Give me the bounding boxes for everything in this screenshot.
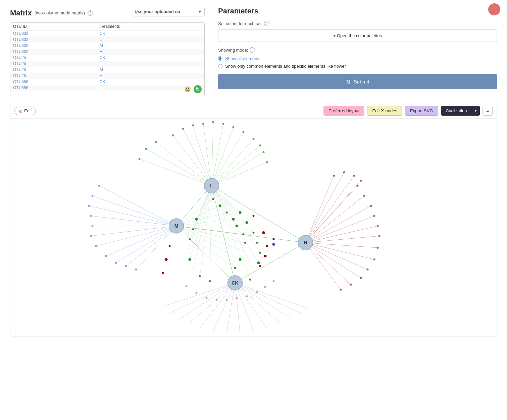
color-palettes-button[interactable]: + Open the color palettes [218,29,497,42]
svg-point-17 [192,124,194,126]
svg-point-48 [105,255,107,257]
submit-button[interactable]: 🖫 Submit [218,74,497,89]
svg-point-161 [273,238,275,240]
svg-point-29 [139,158,141,160]
svg-line-10 [212,152,264,186]
svg-line-115 [190,186,212,239]
svg-line-99 [212,186,306,243]
svg-point-23 [253,138,255,140]
svg-point-145 [212,198,214,200]
set-colors-help-icon[interactable]: ? [264,21,269,26]
svg-line-33 [91,216,176,226]
svg-line-2 [193,125,212,186]
svg-point-167 [226,299,228,301]
svg-point-164 [196,292,198,294]
svg-point-24 [259,144,261,146]
matrix-dropdown-text: Use your uploaded da [135,9,180,14]
svg-line-57 [306,236,379,243]
svg-line-92 [235,283,291,318]
svg-point-139 [195,218,198,221]
svg-point-166 [216,299,218,301]
svg-line-90 [235,283,267,328]
table-icons: 😊 ↻ [184,85,202,93]
svg-point-148 [236,225,238,227]
svg-point-150 [244,242,246,244]
table-row: OTU25L [10,61,204,67]
svg-text:L: L [210,183,213,188]
radio-show-all[interactable]: Show all elements [218,56,497,61]
svg-point-165 [206,297,208,299]
svg-point-140 [192,228,194,230]
cyclization-button[interactable]: Cyclization [441,106,472,116]
viz-toolbar: ⊘ Edit Preferred layout Edit X-nodes Exp… [10,103,497,119]
radio-group: Show all elements Show only common eleme… [218,56,497,69]
svg-point-71 [373,215,375,217]
cyclization-dropdown-button[interactable]: ▾ [472,106,480,116]
table-row: OTU332M [10,43,204,49]
svg-point-132 [239,211,242,214]
set-colors-label: Set colors for each set: ? [218,21,497,26]
preferred-layout-button[interactable]: Preferred layout [323,106,365,116]
svg-line-6 [212,127,234,186]
svg-point-49 [115,262,117,264]
chevron-down-icon: ▾ [475,109,477,113]
svg-point-80 [333,175,335,177]
matrix-help-icon[interactable]: ? [88,10,93,16]
svg-line-53 [306,196,364,243]
svg-point-172 [273,280,275,282]
svg-point-143 [199,275,201,277]
table-row: OTU556L [10,85,204,91]
svg-point-28 [145,148,147,150]
svg-point-19 [212,121,214,123]
svg-text:CK: CK [232,280,238,286]
svg-point-169 [246,295,248,297]
showing-mode-help-icon[interactable]: ? [250,47,255,53]
svg-line-106 [212,186,247,223]
edit-label: Edit [24,108,32,113]
svg-point-68 [357,185,359,187]
svg-point-171 [264,286,266,288]
network-graph: L M H CK [10,119,497,337]
menu-button[interactable]: ≡ [483,106,493,116]
svg-point-133 [246,221,248,224]
svg-point-73 [378,235,381,237]
svg-line-110 [212,186,259,263]
svg-line-30 [99,186,176,226]
svg-point-83 [360,180,362,182]
svg-line-54 [306,206,371,243]
avatar[interactable] [488,3,500,15]
svg-point-142 [189,258,191,261]
radio-show-common-input[interactable] [218,64,222,68]
params-title: Parameters [218,7,497,15]
svg-point-170 [256,291,258,293]
svg-point-156 [264,255,267,257]
svg-point-155 [266,245,268,247]
edit-button[interactable]: ⊘ Edit [14,107,36,115]
radio-show-all-input[interactable] [218,56,222,61]
svg-line-65 [306,172,344,243]
edit-icon: ⊘ [19,108,23,114]
svg-point-163 [186,285,188,287]
chevron-down-icon: ▾ [199,9,201,14]
export-svg-button[interactable]: Export SVG [405,106,438,116]
svg-line-11 [212,162,267,186]
svg-point-25 [263,151,265,153]
edit-xnodes-button[interactable]: Edit X-nodes [367,106,402,116]
svg-point-144 [209,280,211,282]
svg-line-4 [212,122,213,186]
refresh-icon[interactable]: ↻ [194,85,202,93]
viz-canvas: L M H CK [10,119,497,337]
submit-label: Submit [354,79,369,84]
svg-point-26 [266,161,268,163]
svg-line-117 [190,186,212,259]
matrix-table: OTU ID Treatments OTU332CKOTU332LOTU332M… [10,23,204,91]
svg-line-87 [227,283,235,333]
svg-point-78 [350,284,352,286]
svg-point-147 [226,212,228,214]
svg-point-138 [249,279,251,281]
radio-show-common[interactable]: Show only common elements and specific e… [218,64,497,69]
matrix-dropdown[interactable]: Use your uploaded da ▾ [131,7,205,16]
svg-point-158 [169,245,171,247]
svg-point-141 [189,238,191,240]
matrix-panel: Matrix (two-column mode matrix) ? Use yo… [10,7,205,96]
